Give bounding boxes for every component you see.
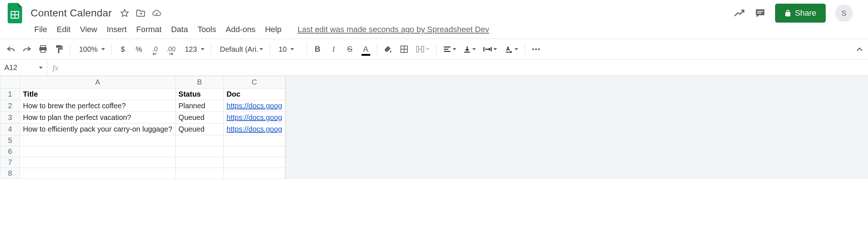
- svg-point-22: [535, 48, 537, 50]
- row-header[interactable]: 2: [0, 100, 20, 112]
- redo-button[interactable]: [20, 42, 34, 56]
- caret-down-icon: [101, 48, 105, 50]
- cell[interactable]: [175, 168, 223, 179]
- cell[interactable]: [20, 146, 176, 157]
- horizontal-align-dropdown[interactable]: [440, 46, 459, 52]
- merge-cells-dropdown[interactable]: [413, 46, 433, 53]
- share-button[interactable]: Share: [775, 4, 826, 23]
- cell[interactable]: [223, 146, 285, 157]
- fx-icon: fx: [47, 63, 63, 73]
- row-header[interactable]: 7: [0, 157, 20, 168]
- text-rotation-dropdown[interactable]: [501, 46, 521, 53]
- caret-down-icon: [259, 48, 263, 50]
- borders-button[interactable]: [397, 42, 411, 56]
- last-edit-link[interactable]: Last edit was made seconds ago by Spread…: [297, 25, 489, 34]
- bold-button[interactable]: B: [310, 42, 325, 56]
- move-to-folder-icon[interactable]: [136, 8, 145, 18]
- cell[interactable]: [175, 157, 223, 168]
- menu-format[interactable]: Format: [136, 25, 162, 34]
- formula-bar-input[interactable]: [63, 60, 868, 75]
- menu-file[interactable]: File: [34, 25, 47, 34]
- toolbar: 100% $ % .0 .00 123 Default (Ari... 10 B…: [0, 39, 868, 60]
- cell[interactable]: [175, 135, 223, 146]
- cell[interactable]: Status: [175, 89, 223, 100]
- text-wrap-dropdown[interactable]: [480, 46, 500, 52]
- menu-edit[interactable]: Edit: [56, 25, 70, 34]
- row-header[interactable]: 5: [0, 135, 20, 146]
- cell[interactable]: [20, 168, 176, 179]
- sheets-logo[interactable]: [5, 3, 26, 23]
- caret-down-icon: [515, 48, 518, 50]
- increase-decimal-button[interactable]: .00: [164, 42, 178, 56]
- column-header-b[interactable]: B: [175, 76, 223, 89]
- menu-help[interactable]: Help: [265, 25, 281, 34]
- caret-down-icon: [290, 48, 294, 50]
- row-header[interactable]: 8: [0, 168, 20, 179]
- svg-rect-4: [757, 11, 763, 12]
- cell[interactable]: Planned: [175, 100, 223, 112]
- column-header-a[interactable]: A: [20, 76, 176, 89]
- menu-data[interactable]: Data: [171, 25, 188, 34]
- column-header-c[interactable]: C: [223, 76, 285, 89]
- menu-tools[interactable]: Tools: [198, 25, 216, 34]
- comments-icon[interactable]: [755, 8, 766, 19]
- menu-addons[interactable]: Add-ons: [226, 25, 255, 34]
- spreadsheet-grid[interactable]: A B C 1 Title Status Doc 2 How to brew t…: [0, 76, 285, 179]
- font-size-dropdown[interactable]: 10: [274, 45, 303, 54]
- grid-empty-area: [285, 76, 868, 179]
- font-family-value: Default (Ari...: [218, 45, 258, 54]
- svg-marker-3: [121, 9, 128, 16]
- row-header[interactable]: 3: [0, 112, 20, 124]
- font-family-dropdown[interactable]: Default (Ari...: [215, 45, 266, 54]
- paint-format-button[interactable]: [52, 42, 66, 56]
- menu-view[interactable]: View: [80, 25, 97, 34]
- caret-down-icon: [453, 48, 456, 50]
- strikethrough-button[interactable]: S: [343, 42, 357, 56]
- zoom-dropdown[interactable]: 100%: [74, 45, 108, 54]
- cloud-status-icon[interactable]: [152, 8, 161, 18]
- cell[interactable]: How to efficiently pack your carry-on lu…: [20, 124, 176, 135]
- row-header[interactable]: 1: [0, 89, 20, 100]
- italic-button[interactable]: I: [327, 42, 341, 56]
- name-box-value: A12: [4, 63, 17, 72]
- collapse-toolbar-button[interactable]: [856, 47, 863, 51]
- activity-trend-icon[interactable]: [734, 8, 745, 19]
- cell-link[interactable]: https://docs.goog: [223, 100, 285, 112]
- vertical-align-dropdown[interactable]: [461, 46, 479, 53]
- more-formats-dropdown[interactable]: 123: [180, 45, 207, 54]
- cell[interactable]: [175, 146, 223, 157]
- cell[interactable]: Queued: [175, 124, 223, 135]
- format-percent-button[interactable]: %: [132, 42, 146, 56]
- cell[interactable]: [223, 157, 285, 168]
- select-all-cell[interactable]: [0, 76, 20, 89]
- star-icon[interactable]: [120, 8, 129, 18]
- row-header[interactable]: 4: [0, 124, 20, 135]
- undo-button[interactable]: [4, 42, 18, 56]
- format-currency-button[interactable]: $: [116, 42, 130, 56]
- caret-down-icon: [493, 48, 497, 50]
- cell[interactable]: [223, 135, 285, 146]
- document-title[interactable]: Content Calendar: [31, 7, 112, 19]
- fill-color-button[interactable]: [381, 42, 395, 56]
- svg-rect-14: [422, 46, 424, 52]
- svg-rect-5: [757, 13, 762, 13]
- more-toolbar-button[interactable]: [529, 42, 543, 56]
- account-avatar[interactable]: S: [835, 4, 853, 22]
- cell[interactable]: Queued: [175, 112, 223, 124]
- cell[interactable]: How to brew the perfect coffee?: [20, 100, 176, 112]
- cell[interactable]: [20, 157, 176, 168]
- text-color-button[interactable]: A: [359, 42, 373, 56]
- caret-down-icon: [201, 48, 204, 50]
- print-button[interactable]: [36, 42, 50, 56]
- row-header[interactable]: 6: [0, 146, 20, 157]
- cell[interactable]: [223, 168, 285, 179]
- menu-insert[interactable]: Insert: [107, 25, 127, 34]
- cell[interactable]: Title: [20, 89, 176, 100]
- cell-link[interactable]: https://docs.goog: [223, 112, 285, 124]
- cell[interactable]: [20, 135, 176, 146]
- cell[interactable]: Doc: [223, 89, 285, 100]
- cell[interactable]: How to plan the perfect vacation?: [20, 112, 176, 124]
- decrease-decimal-button[interactable]: .0: [148, 42, 162, 56]
- name-box[interactable]: A12: [0, 60, 47, 75]
- cell-link[interactable]: https://docs.goog: [223, 124, 285, 135]
